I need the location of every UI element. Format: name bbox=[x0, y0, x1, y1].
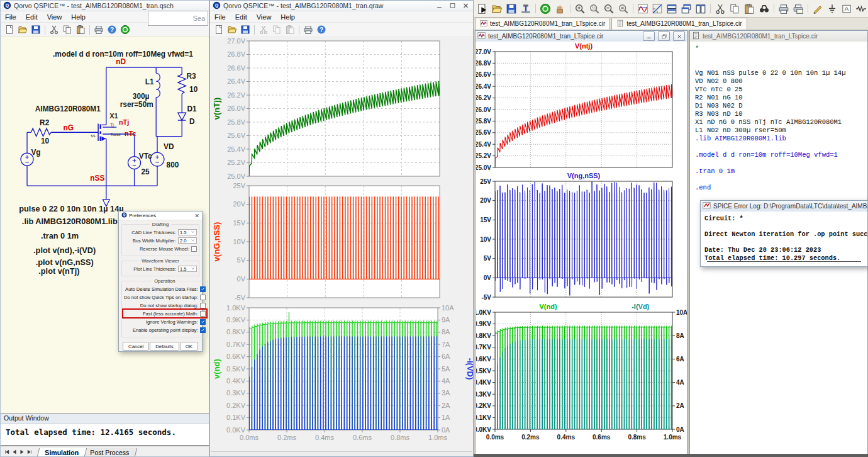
y-tick-label: 26.0V bbox=[227, 104, 245, 112]
control-panel-button[interactable] bbox=[519, 1, 533, 16]
paste-button[interactable] bbox=[742, 1, 756, 16]
y2-tick-label: 0A bbox=[442, 426, 450, 434]
label-button[interactable]: A bbox=[840, 1, 854, 16]
help-button[interactable]: ? bbox=[315, 23, 328, 36]
cut-button[interactable] bbox=[713, 1, 727, 16]
prefs-checkbox[interactable] bbox=[200, 319, 206, 325]
save-button[interactable] bbox=[504, 1, 518, 16]
waveform-button[interactable] bbox=[636, 1, 650, 16]
copy-button[interactable] bbox=[270, 23, 283, 36]
open-button[interactable] bbox=[16, 23, 29, 36]
y-tick-label: 26.8V bbox=[227, 50, 245, 58]
y-tick-label: 0.4KV bbox=[226, 377, 246, 385]
vcr-next-button[interactable] bbox=[18, 448, 25, 456]
y-tick-label: 25.2V bbox=[227, 159, 245, 166]
close-icon[interactable]: ✕ bbox=[194, 213, 199, 219]
prefs-select[interactable]: 2.0 bbox=[178, 237, 197, 244]
y-tick-label: 27.0V bbox=[476, 48, 491, 55]
close-icon[interactable] bbox=[673, 31, 685, 41]
save-button[interactable] bbox=[239, 23, 252, 36]
zoom-region-button[interactable] bbox=[587, 1, 601, 16]
vcr-first-button[interactable] bbox=[3, 448, 10, 456]
menu-edit[interactable]: Edit bbox=[235, 13, 247, 21]
copy-button[interactable] bbox=[728, 1, 742, 16]
new-button[interactable] bbox=[213, 23, 225, 36]
menu-edit[interactable]: Edit bbox=[26, 13, 38, 21]
find-button[interactable] bbox=[757, 1, 771, 16]
tile-horz-button[interactable] bbox=[665, 1, 679, 16]
cascade-button[interactable] bbox=[679, 1, 693, 16]
wire-button[interactable] bbox=[811, 1, 825, 16]
open-button[interactable] bbox=[226, 23, 238, 36]
output-tab-simulation[interactable]: Simulation bbox=[36, 448, 87, 457]
ltspice-plot-vngnss: 25V20V15V10V5V0V-5VV(ng,nSS) bbox=[476, 171, 687, 302]
zoom-fit-button[interactable] bbox=[616, 1, 630, 16]
run-button[interactable] bbox=[538, 1, 552, 16]
output-window: Output Window Total elapsed time: 12.416… bbox=[1, 413, 209, 457]
prefs-checkbox[interactable] bbox=[200, 327, 206, 333]
prefs-checkbox[interactable] bbox=[200, 311, 206, 317]
copy-button[interactable] bbox=[61, 23, 74, 36]
prefs-select[interactable]: 1.5 bbox=[178, 266, 197, 272]
toolbar-separator bbox=[633, 4, 633, 13]
open-button[interactable] bbox=[490, 1, 504, 16]
qspice-schematic-window: Q Qorvo QSPICE™ - test_AIMBG120R080M1_tr… bbox=[0, 0, 209, 457]
schematic-search-input[interactable] bbox=[148, 11, 208, 26]
paste-button[interactable] bbox=[284, 23, 296, 36]
defaults-button[interactable]: Defaults bbox=[150, 342, 179, 351]
zoom-out-button[interactable] bbox=[602, 1, 616, 16]
cut-button[interactable] bbox=[48, 23, 60, 36]
maximize-icon[interactable] bbox=[447, 2, 457, 9]
prefs-checkbox[interactable] bbox=[200, 303, 206, 308]
prefs-checkbox[interactable] bbox=[191, 246, 197, 252]
vcr-last-button[interactable] bbox=[26, 448, 33, 456]
x-tick-label: 0.6ms bbox=[353, 434, 372, 441]
minimize-icon[interactable] bbox=[434, 2, 444, 9]
zoom-in-button[interactable] bbox=[572, 1, 586, 16]
prefs-checkbox[interactable] bbox=[200, 295, 206, 300]
prefs-select[interactable]: 1.5 bbox=[178, 229, 197, 235]
cancel-button[interactable]: Cancel bbox=[123, 342, 149, 351]
run-netlist-button[interactable] bbox=[476, 1, 489, 16]
ok-button[interactable]: OK bbox=[180, 342, 198, 351]
prefs-checkbox[interactable] bbox=[200, 286, 206, 292]
document-tab-waveform[interactable]: test_AIMBG120R080M1_tran_LTspice.cir bbox=[475, 18, 610, 30]
menu-help[interactable]: Help bbox=[71, 13, 86, 21]
print-button[interactable] bbox=[302, 23, 314, 36]
cut-button[interactable] bbox=[257, 23, 270, 36]
vcr-prev-button[interactable] bbox=[11, 448, 18, 456]
schematic-text-plot_nd: .plot v(nd),-i(VD) bbox=[33, 245, 96, 255]
preferences-dialog: Q Preferences ✕ DraftingCAD Line Thickne… bbox=[118, 211, 203, 352]
halt-button[interactable] bbox=[553, 1, 567, 16]
paste-button[interactable] bbox=[74, 23, 87, 36]
autorange-button[interactable] bbox=[650, 1, 664, 16]
document-tab-netlist[interactable]: test_AIMBG120R080M1_tran_LTspice.cir bbox=[611, 18, 747, 30]
menu-view[interactable]: View bbox=[257, 13, 272, 21]
schematic-text-net_nss: nSS bbox=[90, 174, 104, 183]
close-icon[interactable] bbox=[460, 2, 470, 9]
print-button[interactable] bbox=[777, 1, 791, 16]
ground-button[interactable] bbox=[825, 1, 839, 16]
x-tick-label: 0.2ms bbox=[521, 434, 540, 441]
restore-icon[interactable] bbox=[658, 31, 670, 41]
minimize-icon[interactable] bbox=[643, 31, 655, 41]
help-button[interactable]: ? bbox=[106, 23, 118, 36]
y-tick-label: 0.5KV bbox=[476, 368, 491, 375]
y2-tick-label: 8A bbox=[442, 328, 450, 336]
menu-file[interactable]: File bbox=[5, 13, 16, 21]
print-button[interactable] bbox=[92, 23, 105, 36]
menu-view[interactable]: View bbox=[47, 13, 62, 21]
resistor-button[interactable] bbox=[854, 1, 868, 16]
output-tab-post-process[interactable]: Post Process bbox=[82, 448, 137, 457]
prefs-label: Reverse Mouse Wheel: bbox=[140, 246, 189, 252]
new-button[interactable] bbox=[3, 23, 16, 36]
menu-file[interactable]: File bbox=[214, 13, 226, 21]
y-tick-label: 1.0KV bbox=[476, 309, 491, 316]
y-tick-label: 27.0V bbox=[227, 37, 245, 45]
print-setup-button[interactable] bbox=[791, 1, 805, 16]
menu-help[interactable]: Help bbox=[281, 13, 295, 21]
schematic-text-r3_val: 10 bbox=[189, 85, 198, 94]
run-button[interactable] bbox=[119, 23, 131, 36]
tile-vert-button[interactable] bbox=[694, 1, 708, 16]
save-button[interactable] bbox=[30, 23, 42, 36]
